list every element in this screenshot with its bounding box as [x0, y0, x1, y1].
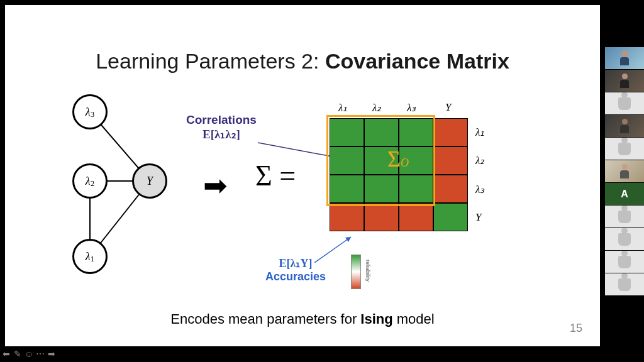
row-label-1: λ₁: [475, 126, 484, 139]
presentation-area: Learning Parameters 2: Covariance Matrix…: [0, 0, 605, 362]
correlations-label: Correlations: [186, 113, 257, 126]
arrow-icon: ➡: [203, 168, 228, 202]
correlations-expr: E[λ₁λ₂]: [203, 128, 240, 141]
sigma-O-label: ΣO: [387, 146, 409, 172]
participant-tile[interactable]: [605, 206, 644, 228]
pen-tool-button[interactable]: ✎: [13, 349, 23, 359]
correlations-annotation: Correlations E[λ₁λ₂]: [186, 113, 257, 141]
participant-tile[interactable]: [605, 160, 644, 182]
participant-tile[interactable]: [605, 92, 644, 114]
title-bold: Covariance Matrix: [325, 49, 509, 73]
participant-tile[interactable]: [605, 47, 644, 69]
participant-tile[interactable]: [605, 273, 644, 295]
avatar-icon: [618, 256, 631, 268]
participant-tile-letter[interactable]: A: [605, 183, 644, 205]
col-label-1: λ₁: [338, 101, 347, 114]
avatar-icon: [618, 143, 631, 155]
more-options-button[interactable]: ⋯: [35, 349, 45, 359]
participant-tile[interactable]: [605, 115, 644, 137]
color-legend: [351, 255, 361, 289]
node-lambda1: λ1: [72, 239, 108, 274]
dependency-graph: λ3 λ2 λ1 Y: [55, 87, 200, 275]
row-label-3: λ₃: [475, 183, 484, 196]
page-number: 15: [570, 322, 582, 335]
covariance-matrix: λ₁ λ₂ λ₃ Y λ₁ λ₂ λ₃ Y ΣO: [330, 118, 493, 250]
avatar-icon: [618, 278, 631, 291]
row-label-4: Y: [475, 211, 481, 224]
legend-label: reliability: [365, 260, 371, 282]
accuracies-expr: E[λ₁Y]: [279, 257, 313, 270]
matrix-grid: [330, 118, 468, 231]
slide-title: Learning Parameters 2: Covariance Matrix: [5, 49, 600, 74]
col-label-4: Y: [445, 101, 451, 114]
accuracies-label: Accuracies: [265, 270, 326, 283]
avatar-icon: [618, 97, 631, 110]
title-prefix: Learning Parameters 2:: [96, 49, 325, 73]
participant-tile[interactable]: [605, 70, 644, 92]
accuracies-annotation: E[λ₁Y] Accuracies: [265, 256, 326, 283]
participant-tile[interactable]: [605, 251, 644, 273]
node-lambda2: λ2: [72, 163, 108, 199]
presenter-toolbar: ⬅ ✎ ☺ ⋯ ➡: [1, 347, 57, 361]
avatar-icon: [618, 211, 631, 223]
slide-caption: Encodes mean parameters for Ising model: [5, 311, 600, 327]
reactions-button[interactable]: ☺: [24, 349, 34, 359]
prev-slide-button[interactable]: ⬅: [1, 349, 11, 359]
node-Y: Y: [132, 163, 167, 199]
svg-marker-7: [345, 237, 351, 242]
avatar-icon: [618, 233, 631, 246]
node-lambda3: λ3: [72, 94, 108, 129]
col-label-3: λ₃: [407, 101, 416, 114]
app-window: Learning Parameters 2: Covariance Matrix…: [0, 0, 644, 362]
next-slide-button[interactable]: ➡: [47, 349, 57, 359]
participant-tile[interactable]: [605, 138, 644, 160]
row-label-2: λ₂: [475, 154, 484, 167]
slide: Learning Parameters 2: Covariance Matrix…: [5, 5, 600, 346]
participant-tile[interactable]: [605, 228, 644, 250]
col-label-2: λ₂: [372, 101, 381, 114]
participants-panel: A: [605, 47, 644, 296]
